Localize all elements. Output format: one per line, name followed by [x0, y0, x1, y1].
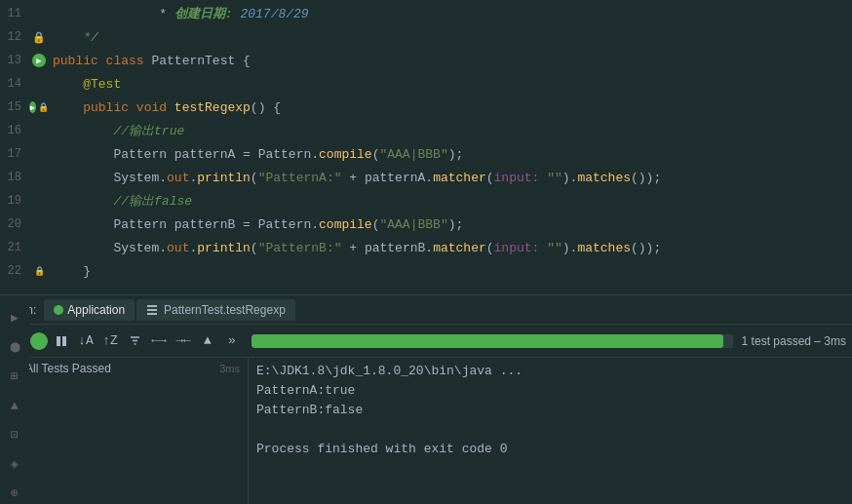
line-number-13: 13: [0, 54, 29, 67]
left-sidebar: ▶ ⬤ ⊞ ▲ ⊡ ◈ ⊕: [0, 301, 29, 504]
run-tabs-bar: Run: Application PatternTest.testRegexp: [0, 295, 852, 325]
line-number-11: 11: [0, 7, 29, 20]
svg-rect-3: [57, 336, 60, 346]
line-number-15: 15: [0, 100, 29, 114]
line-content-14: @Test: [49, 77, 852, 92]
code-editor: 11 * 创建日期: 2017/8/29 12 🔒 */ 13 ▶: [0, 0, 852, 294]
lock-icon-12: 🔒: [32, 31, 46, 44]
svg-rect-4: [62, 336, 66, 346]
test-time-label: 3ms: [219, 363, 240, 374]
code-line-11: 11 * 创建日期: 2017/8/29: [0, 2, 852, 25]
output-panel: E:\JDK1.8\jdk_1.8.0_20\bin\java ... Patt…: [249, 358, 852, 504]
run-toolbar: ▶ ↓A ↑Z ←→ →← ▲ »: [0, 325, 852, 358]
code-line-12: 12 🔒 */: [0, 25, 852, 49]
table-icon: [146, 304, 158, 316]
line-number-17: 17: [0, 147, 29, 161]
sort-desc-button[interactable]: ↑Z: [99, 330, 121, 352]
line-content-17: Pattern patternA = Pattern.compile("AAA|…: [49, 147, 852, 162]
tab-dot-application: [54, 305, 63, 315]
code-line-22: 22 🔒 }: [0, 259, 852, 283]
code-line-14: 14 @Test: [0, 72, 852, 96]
status-indicator: [30, 332, 48, 350]
output-line-4: Process finished with exit code 0: [256, 440, 844, 459]
tab-patterntest[interactable]: PatternTest.testRegexp: [136, 299, 295, 321]
code-line-13: 13 ▶ public class PatternTest {: [0, 49, 852, 72]
line-number-22: 22: [0, 264, 29, 278]
up-button[interactable]: ▲: [197, 330, 218, 352]
output-line-1: PatternA:true: [256, 381, 844, 401]
progress-bar-fill: [252, 334, 723, 348]
lock-icon-22: 🔒: [34, 266, 45, 277]
sidebar-diamond-icon[interactable]: ◈: [4, 453, 25, 475]
line-content-12: */: [49, 30, 852, 45]
svg-rect-2: [147, 313, 157, 315]
test-row-all-passed[interactable]: All Tests Passed 3ms: [0, 358, 248, 379]
line-content-18: System.out.println("PatternA:" + pattern…: [49, 171, 852, 185]
line-content-16: //输出true: [49, 122, 852, 139]
gutter-12: 🔒: [29, 31, 49, 44]
gutter-15: ▶ 🔒: [29, 101, 49, 113]
line-number-18: 18: [0, 171, 29, 184]
line-number-14: 14: [0, 77, 29, 91]
code-line-20: 20 Pattern patternB = Pattern.compile("A…: [0, 213, 852, 236]
sort-asc-button[interactable]: ↓A: [75, 330, 97, 352]
tab-application-label: Application: [67, 303, 125, 317]
progress-bar-container: [252, 334, 733, 348]
sidebar-up-icon[interactable]: ▲: [4, 395, 25, 416]
code-lines: 11 * 创建日期: 2017/8/29 12 🔒 */ 13 ▶: [0, 0, 852, 285]
gutter-22: 🔒: [29, 266, 49, 277]
editor-wrapper: 11 * 创建日期: 2017/8/29 12 🔒 */ 13 ▶: [0, 0, 852, 504]
line-content-21: System.out.println("PatternB:" + pattern…: [49, 241, 852, 255]
sidebar-plus-icon[interactable]: ⊕: [4, 483, 25, 504]
lock-icon-15: 🔒: [38, 102, 49, 113]
filter-button[interactable]: [124, 330, 145, 352]
svg-rect-1: [147, 309, 157, 311]
code-line-17: 17 Pattern patternA = Pattern.compile("A…: [0, 142, 852, 166]
output-line-3: [256, 420, 844, 440]
line-number-21: 21: [0, 241, 29, 254]
gutter-13: ▶: [29, 54, 49, 67]
more-button[interactable]: »: [221, 330, 243, 352]
svg-rect-0: [147, 305, 157, 307]
line-content-15: public void testRegexp() {: [49, 100, 852, 115]
sidebar-dot-icon: ⬤: [4, 336, 25, 358]
test-list-panel: All Tests Passed 3ms: [0, 358, 249, 504]
line-number-12: 12: [0, 30, 29, 44]
line-number-16: 16: [0, 124, 29, 137]
expand-button[interactable]: →←: [173, 330, 194, 352]
code-line-18: 18 System.out.println("PatternA:" + patt…: [0, 166, 852, 189]
code-line-15: 15 ▶ 🔒 public void testRegexp() {: [0, 96, 852, 119]
filter-icon: [129, 334, 141, 347]
tab-application[interactable]: Application: [44, 299, 135, 321]
rerun-button[interactable]: [51, 330, 72, 352]
line-content-13: public class PatternTest {: [49, 54, 852, 68]
rerun-icon: [55, 334, 68, 348]
code-line-16: 16 //输出true: [0, 119, 852, 142]
tab-patterntest-label: PatternTest.testRegexp: [164, 303, 286, 317]
output-line-2: PatternB:false: [256, 401, 844, 420]
run-content: All Tests Passed 3ms E:\JDK1.8\jdk_1.8.0…: [0, 358, 852, 504]
sidebar-grid-icon[interactable]: ⊞: [4, 366, 25, 387]
line-number-20: 20: [0, 217, 29, 231]
test-result-text: 1 test passed – 3ms: [742, 334, 846, 348]
code-line-19: 19 //输出false: [0, 189, 852, 213]
run-icon-15[interactable]: ▶: [29, 101, 36, 113]
output-line-0: E:\JDK1.8\jdk_1.8.0_20\bin\java ...: [256, 362, 844, 381]
line-content-20: Pattern patternB = Pattern.compile("AAA|…: [49, 217, 852, 232]
test-name-label: All Tests Passed: [25, 362, 213, 375]
line-number-19: 19: [0, 194, 29, 208]
collapse-button[interactable]: ←→: [148, 330, 170, 352]
line-content-22: }: [49, 264, 852, 279]
run-panel: Run: Application PatternTest.testRegexp …: [0, 294, 852, 504]
line-content-19: //输出false: [49, 192, 852, 210]
run-icon-13[interactable]: ▶: [32, 54, 46, 67]
code-line-21: 21 System.out.println("PatternB:" + patt…: [0, 236, 852, 259]
sidebar-box-icon[interactable]: ⊡: [4, 424, 25, 446]
sidebar-play-icon[interactable]: ▶: [4, 307, 25, 329]
